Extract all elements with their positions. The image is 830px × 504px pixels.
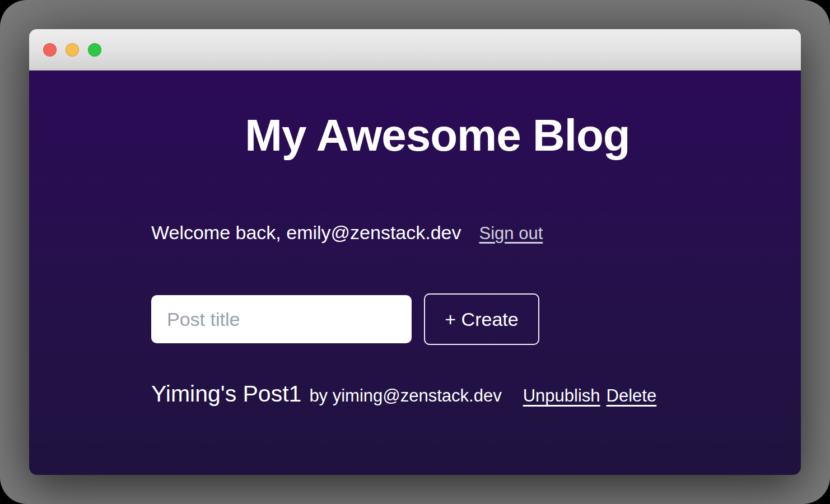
desktop-background: My Awesome Blog Welcome back, emily@zens… (0, 0, 830, 504)
app-window: My Awesome Blog Welcome back, emily@zens… (29, 29, 801, 475)
page-title: My Awesome Blog (151, 109, 724, 162)
traffic-light-buttons (43, 43, 101, 57)
user-bar: Welcome back, emily@zenstack.dev Sign ou… (151, 222, 724, 244)
page-content: My Awesome Blog Welcome back, emily@zens… (29, 71, 801, 475)
minimize-window-button[interactable] (66, 43, 79, 57)
delete-post-link[interactable]: Delete (607, 386, 657, 406)
create-post-form: + Create (151, 293, 724, 345)
create-post-button[interactable]: + Create (424, 293, 539, 345)
window-titlebar[interactable] (29, 29, 801, 71)
content-container: My Awesome Blog Welcome back, emily@zens… (151, 109, 724, 407)
welcome-message: Welcome back, emily@zenstack.dev (151, 222, 461, 244)
post-author-text: by yiming@zenstack.dev (309, 386, 501, 406)
zoom-window-button[interactable] (88, 43, 101, 57)
close-window-button[interactable] (43, 43, 57, 57)
post-list-item: Yiming's Post1 by yiming@zenstack.dev Un… (151, 381, 724, 407)
unpublish-post-link[interactable]: Unpublish (523, 386, 600, 406)
post-title-input[interactable] (151, 295, 412, 343)
sign-out-link[interactable]: Sign out (479, 223, 543, 244)
post-title-text: Yiming's Post1 (151, 381, 301, 407)
